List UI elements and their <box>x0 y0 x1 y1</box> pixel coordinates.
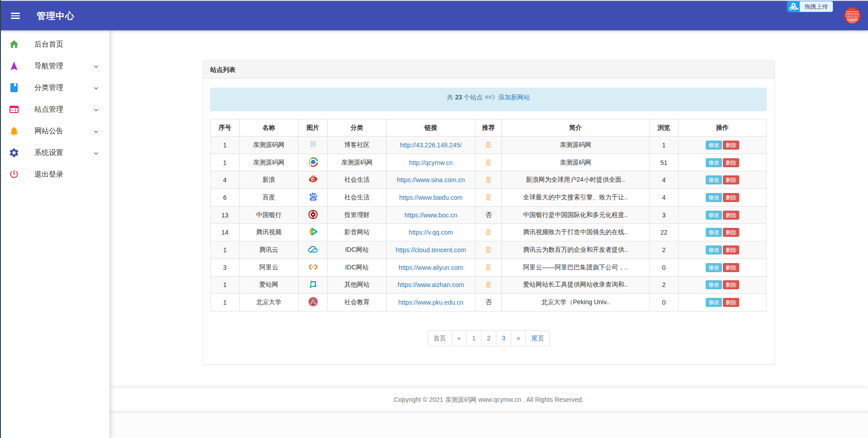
svg-text:du: du <box>311 197 315 200</box>
